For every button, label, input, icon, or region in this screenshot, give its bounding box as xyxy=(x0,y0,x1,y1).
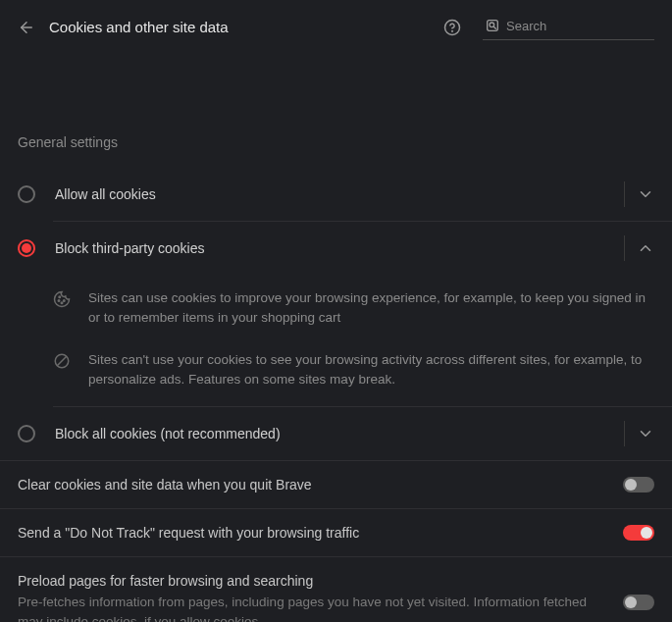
svg-point-8 xyxy=(59,296,61,298)
svg-line-5 xyxy=(493,26,495,28)
chevron-down-icon xyxy=(637,185,654,203)
toggle-title: Clear cookies and site data when you qui… xyxy=(18,477,594,492)
toggle-preload-pages[interactable] xyxy=(623,595,654,610)
chevron-down-icon xyxy=(637,425,654,442)
general-settings-heading: General settings xyxy=(0,134,672,150)
row-preload-pages: Preload pages for faster browsing and se… xyxy=(0,556,672,622)
svg-point-6 xyxy=(58,300,60,302)
radio-label: Block third-party cookies xyxy=(55,240,616,256)
detail-text: Sites can't use your cookies to see your… xyxy=(88,350,654,389)
divider xyxy=(624,421,625,446)
back-button[interactable] xyxy=(18,19,35,36)
help-circle-icon xyxy=(443,19,461,36)
radio-indicator xyxy=(18,185,35,203)
cookie-icon xyxy=(53,290,71,312)
svg-point-9 xyxy=(64,300,66,302)
chevron-up-icon xyxy=(637,239,654,257)
block-third-party-details: Sites can use cookies to improve your br… xyxy=(0,275,672,406)
svg-line-11 xyxy=(58,357,67,366)
radio-allow-all-cookies[interactable]: Allow all cookies xyxy=(0,168,672,221)
toggle-title: Send a "Do Not Track" request with your … xyxy=(18,525,594,541)
expand-allow-all-button[interactable] xyxy=(637,185,654,203)
page-title: Cookies and other site data xyxy=(49,19,430,35)
search-icon xyxy=(485,18,500,33)
detail-text: Sites can use cookies to improve your br… xyxy=(88,288,654,327)
svg-point-2 xyxy=(452,30,453,31)
radio-block-third-party[interactable]: Block third-party cookies xyxy=(0,222,672,275)
divider xyxy=(624,235,625,261)
expand-block-all-button[interactable] xyxy=(637,425,654,442)
search-field-wrap[interactable] xyxy=(483,14,654,40)
toggle-clear-on-quit[interactable] xyxy=(623,477,654,492)
radio-label: Allow all cookies xyxy=(55,186,616,202)
collapse-block-third-button[interactable] xyxy=(637,239,654,257)
toggle-subtitle: Pre-fetches information from pages, incl… xyxy=(18,593,594,622)
divider xyxy=(624,181,625,207)
help-button[interactable] xyxy=(443,19,461,36)
row-clear-cookies-on-quit: Clear cookies and site data when you qui… xyxy=(0,460,672,508)
radio-label: Block all cookies (not recommended) xyxy=(55,426,616,441)
svg-point-7 xyxy=(61,302,63,304)
row-do-not-track: Send a "Do Not Track" request with your … xyxy=(0,508,672,556)
radio-indicator xyxy=(18,425,35,442)
block-icon xyxy=(53,352,71,374)
radio-indicator xyxy=(18,239,35,257)
arrow-left-icon xyxy=(18,19,35,36)
search-input[interactable] xyxy=(506,19,671,33)
radio-block-all-cookies[interactable]: Block all cookies (not recommended) xyxy=(0,407,672,460)
toggle-title: Preload pages for faster browsing and se… xyxy=(18,573,594,589)
toggle-do-not-track[interactable] xyxy=(623,525,654,541)
